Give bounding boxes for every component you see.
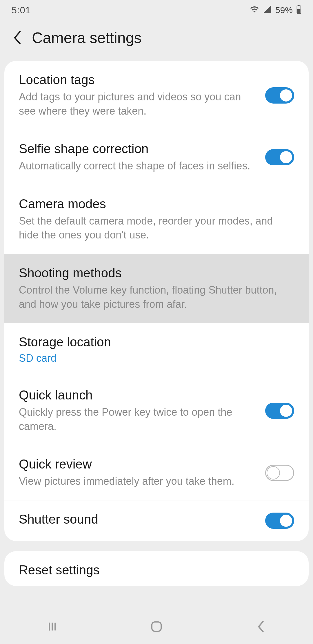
setting-subtitle: View pictures immediately after you take… [19,474,259,489]
setting-title: Shutter sound [19,512,259,527]
recents-icon [46,621,58,632]
wifi-icon [250,5,259,16]
quick-review-toggle[interactable] [265,465,294,481]
home-button[interactable] [148,618,165,635]
quick-launch-toggle[interactable] [265,403,294,419]
setting-shooting-methods[interactable]: Shooting methods Control the Volume key … [4,254,309,323]
setting-title: Quick launch [19,388,259,402]
home-icon [150,620,163,633]
setting-shutter-sound[interactable]: Shutter sound [4,500,309,541]
battery-text: 59% [275,5,293,15]
header: Camera settings [0,20,313,61]
status-icons: 59% [250,5,301,16]
signal-icon [263,5,272,16]
setting-selfie-shape[interactable]: Selfie shape correction Automatically co… [4,130,309,185]
shutter-sound-toggle[interactable] [265,513,294,529]
setting-subtitle: Control the Volume key function, floatin… [19,283,288,311]
setting-subtitle: Automatically correct the shape of faces… [19,159,259,173]
setting-title: Reset settings [19,563,288,577]
status-time: 5:01 [12,5,31,16]
back-button[interactable] [12,32,23,44]
setting-storage-location[interactable]: Storage location SD card [4,323,309,376]
selfie-shape-toggle[interactable] [265,149,294,165]
setting-title: Shooting methods [19,266,288,280]
location-tags-toggle[interactable] [265,87,294,104]
setting-camera-modes[interactable]: Camera modes Set the default camera mode… [4,185,309,254]
setting-subtitle: Quickly press the Power key twice to ope… [19,405,259,433]
setting-quick-review[interactable]: Quick review View pictures immediately a… [4,445,309,500]
setting-title: Quick review [19,457,259,471]
chevron-left-icon [13,31,22,45]
chevron-left-icon [256,620,265,633]
setting-subtitle: Add tags to your pictures and videos so … [19,90,259,118]
svg-rect-2 [297,9,301,13]
svg-rect-6 [152,622,161,631]
setting-value: SD card [19,352,288,364]
setting-title: Storage location [19,335,288,349]
settings-card-1: Location tags Add tags to your pictures … [4,61,309,541]
setting-title: Location tags [19,73,259,87]
setting-quick-launch[interactable]: Quick launch Quickly press the Power key… [4,376,309,445]
setting-location-tags[interactable]: Location tags Add tags to your pictures … [4,61,309,130]
setting-reset[interactable]: Reset settings [4,551,309,586]
recents-button[interactable] [43,618,61,635]
setting-title: Selfie shape correction [19,142,259,156]
back-nav-button[interactable] [252,618,270,635]
navigation-bar [0,609,313,644]
svg-rect-1 [298,5,299,6]
settings-card-2: Reset settings [4,551,309,586]
status-bar: 5:01 59% [0,0,313,20]
setting-title: Camera modes [19,197,288,211]
setting-subtitle: Set the default camera mode, reorder you… [19,214,288,242]
page-title: Camera settings [32,29,142,46]
battery-icon [296,5,301,16]
